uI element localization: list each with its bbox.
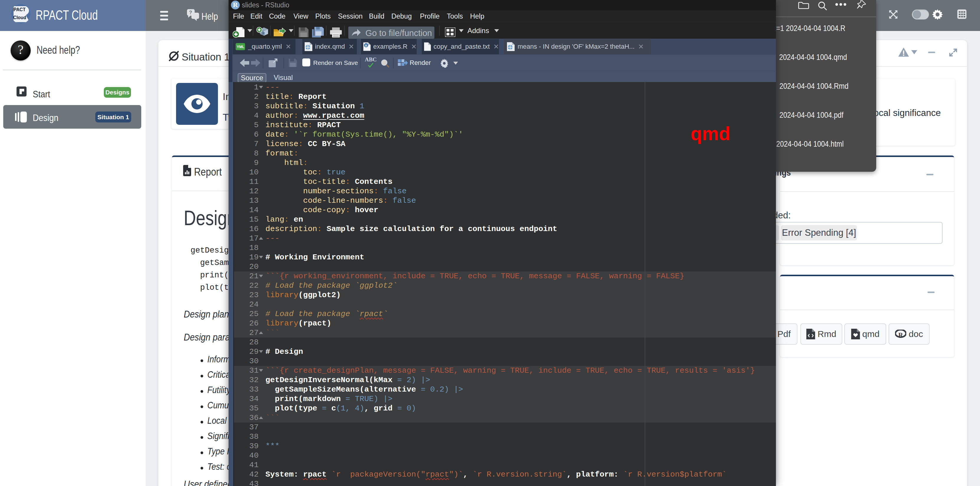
- svg-text:Cloud: Cloud: [13, 15, 26, 20]
- svg-text:R: R: [365, 44, 368, 47]
- svg-text:R: R: [262, 31, 265, 35]
- svg-text:R: R: [898, 331, 903, 338]
- svg-text:PACT: PACT: [14, 7, 25, 12]
- svg-text:YML: YML: [237, 45, 244, 49]
